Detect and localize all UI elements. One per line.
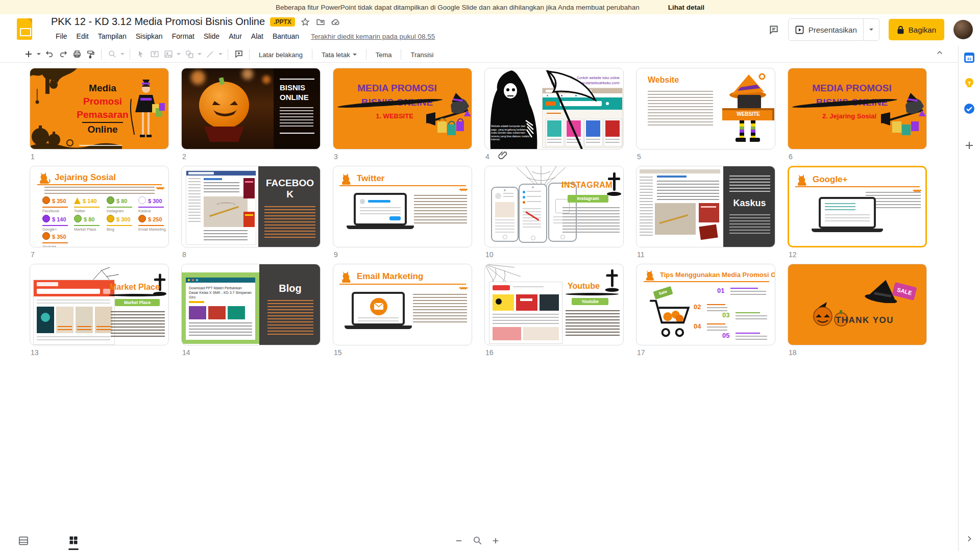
website-ribbon: WEBSITE bbox=[722, 108, 774, 120]
menu-slide[interactable]: Slide bbox=[199, 31, 224, 41]
slide-thumbnail-11[interactable]: Kaskus bbox=[636, 166, 775, 247]
collapse-toolbar-icon[interactable] bbox=[935, 48, 944, 60]
slide-thumbnail-10[interactable]: INSTAGRAM Instagram bbox=[484, 166, 624, 247]
slides-logo[interactable] bbox=[17, 18, 32, 40]
slide-thumbnail-9[interactable]: Twitter bbox=[333, 166, 472, 247]
background-button[interactable]: Latar belakang bbox=[253, 49, 308, 61]
paint-format-icon[interactable] bbox=[84, 47, 97, 61]
menu-view[interactable]: Tampilan bbox=[93, 31, 131, 41]
slide-thumbnail-1[interactable]: Media Promosi Pemasaran Online bbox=[30, 68, 169, 149]
slide-thumbnail-8[interactable]: FACEBOOK bbox=[181, 166, 321, 247]
insert-image-dropdown[interactable] bbox=[175, 47, 182, 61]
zoom-dropdown[interactable] bbox=[119, 47, 126, 61]
slide-thumbnail-15[interactable]: Email Marketing bbox=[333, 264, 472, 345]
slide-thumbnail-7[interactable]: Jejaring Sosial $ 350Facebook $ 140Twitt… bbox=[30, 166, 169, 247]
share-button[interactable]: Bagikan bbox=[889, 19, 944, 40]
platform-label: Market Place bbox=[74, 227, 106, 232]
new-slide-dropdown[interactable] bbox=[35, 47, 42, 61]
undo-icon[interactable] bbox=[42, 47, 56, 61]
slide-thumbnail-2[interactable]: BISNIS ONLINE bbox=[181, 68, 321, 149]
theme-button[interactable]: Tema bbox=[370, 49, 398, 61]
slide-number: 6 bbox=[789, 153, 793, 161]
grave-cross-icon bbox=[606, 171, 622, 197]
slide-thumbnail-13[interactable]: Market Place Market Place bbox=[30, 264, 169, 345]
filmstrip-view-icon[interactable] bbox=[18, 536, 29, 547]
insert-image-icon[interactable] bbox=[161, 47, 175, 61]
powerpoint-compat-notice: Beberapa fitur PowerPoint tidak dapat di… bbox=[0, 0, 980, 14]
menu-arrange[interactable]: Atur bbox=[224, 31, 247, 41]
present-button[interactable]: Presentasikan bbox=[788, 18, 879, 41]
menu-help[interactable]: Bantuan bbox=[268, 31, 304, 41]
insert-shape-icon[interactable] bbox=[182, 47, 196, 61]
menu-format[interactable]: Format bbox=[167, 31, 199, 41]
text-box-icon[interactable] bbox=[148, 47, 161, 61]
present-dropdown[interactable] bbox=[863, 19, 879, 40]
shopee-screenshot bbox=[33, 280, 115, 345]
slide-thumbnail-3[interactable]: MEDIA PROMOSI BISNIS ONLINE 1. WEBSITE bbox=[333, 68, 472, 149]
platform-label: Instagram bbox=[107, 209, 138, 213]
platform-label: Email Marketing bbox=[138, 227, 169, 232]
tasks-icon[interactable] bbox=[964, 103, 975, 116]
panel-title: Blog bbox=[259, 283, 321, 294]
app-header: PKK 12 - KD 3.12 Media Promosi Bisnis On… bbox=[0, 14, 980, 46]
calendar-icon[interactable]: 31 bbox=[964, 52, 975, 65]
menu-tools[interactable]: Alat bbox=[247, 31, 268, 41]
svg-text:31: 31 bbox=[967, 57, 972, 61]
transition-button[interactable]: Transisi bbox=[405, 49, 439, 61]
grid-view-icon-active[interactable] bbox=[68, 535, 79, 550]
avatar[interactable] bbox=[953, 20, 973, 39]
slide-thumbnail-6[interactable]: MEDIA PROMOSI BISNIS ONLINE 2. Jejaring … bbox=[788, 68, 927, 149]
price: $ 80 bbox=[116, 198, 127, 204]
star-icon[interactable] bbox=[300, 17, 310, 27]
slide-thumbnail-16[interactable]: Youtube Youtube bbox=[484, 264, 624, 345]
price: $ 140 bbox=[83, 198, 97, 204]
notice-detail-link[interactable]: Lihat detail bbox=[668, 4, 704, 11]
slide-thumbnail-12-selected[interactable]: Google+ bbox=[788, 166, 927, 247]
select-cursor-icon[interactable] bbox=[134, 47, 148, 61]
move-folder-icon[interactable] bbox=[315, 17, 326, 27]
cloud-status-icon[interactable] bbox=[331, 17, 341, 27]
zoom-out-icon[interactable] bbox=[454, 536, 463, 547]
bat-icon bbox=[459, 187, 468, 192]
layout-button[interactable]: Tata letak bbox=[316, 49, 362, 61]
add-addon-icon[interactable] bbox=[965, 141, 974, 152]
menu-edit[interactable]: Edit bbox=[72, 31, 93, 41]
slide-number: 4 bbox=[485, 153, 489, 161]
platform-badge: Instagram bbox=[568, 195, 608, 203]
price: $ 80 bbox=[84, 216, 94, 222]
slide-number: 18 bbox=[789, 348, 797, 357]
zoom-select-icon[interactable] bbox=[473, 536, 482, 547]
insert-shape-dropdown[interactable] bbox=[196, 47, 203, 61]
workspace-side-panel: 31 bbox=[958, 46, 980, 551]
platform-label: Blog bbox=[107, 227, 138, 232]
slide-thumbnail-4[interactable]: Contoh website toko online Sumber : http… bbox=[484, 68, 624, 149]
slide-number: 17 bbox=[637, 348, 645, 357]
comment-history-icon[interactable] bbox=[769, 24, 779, 35]
redo-icon[interactable] bbox=[56, 47, 70, 61]
last-edited-link[interactable]: Terakhir diedit kemarin pada pukul 08.55 bbox=[311, 33, 435, 40]
slide-thumbnail-5[interactable]: Website WEBSITE bbox=[636, 68, 775, 149]
insert-line-dropdown[interactable] bbox=[217, 47, 224, 61]
slide-thumbnail-14[interactable]: Download PPT Materi Perbankan Dasar Kela… bbox=[181, 264, 321, 345]
slide-number: 11 bbox=[637, 251, 645, 259]
expand-panel-chevron-icon[interactable] bbox=[965, 535, 973, 545]
slide-thumbnail-18[interactable]: SALE THANK YOU bbox=[788, 264, 927, 345]
new-slide-button[interactable] bbox=[21, 47, 35, 61]
phone-mockup bbox=[491, 187, 519, 242]
insert-comment-icon[interactable] bbox=[232, 47, 246, 61]
document-title[interactable]: PKK 12 - KD 3.12 Media Promosi Bisnis On… bbox=[51, 16, 265, 28]
laptop-base bbox=[345, 325, 412, 329]
bat-icon bbox=[156, 186, 165, 191]
insert-line-icon[interactable] bbox=[203, 47, 217, 61]
slide-thumbnail-17[interactable]: Tips Menggunakan Media Promosi Online Sa… bbox=[636, 264, 775, 345]
zoom-icon[interactable] bbox=[105, 47, 119, 61]
step-number: 05 bbox=[722, 332, 729, 339]
print-icon[interactable] bbox=[70, 47, 84, 61]
zoom-in-icon[interactable] bbox=[491, 536, 500, 547]
slide-number: 5 bbox=[637, 153, 641, 161]
cat-icon bbox=[340, 171, 353, 185]
striped-leg bbox=[740, 120, 744, 138]
keep-icon[interactable] bbox=[964, 78, 975, 91]
menu-insert[interactable]: Sisipkan bbox=[131, 31, 167, 41]
menu-file[interactable]: File bbox=[51, 31, 72, 41]
